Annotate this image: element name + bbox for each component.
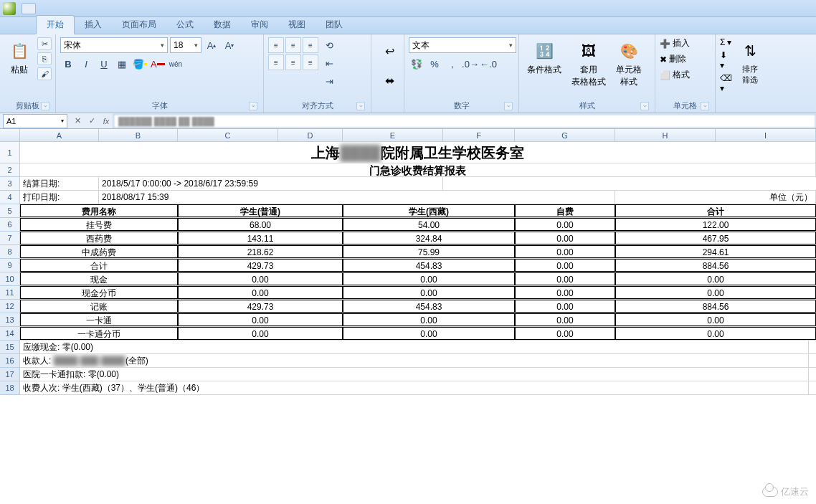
font-size-select[interactable]: 18▾ [170,37,201,53]
ribbon: 📋 粘贴 ✂ ⎘ 🖌 剪贴板 宋体▾ 18▾ A▴ A▾ B [0,34,816,113]
font-name-select[interactable]: 宋体▾ [60,37,168,53]
col-header-A[interactable]: A [20,129,99,141]
row-header-18[interactable]: 18 [0,381,19,395]
col-header-C[interactable]: C [178,129,278,141]
italic-button[interactable]: I [78,56,94,72]
col-header-F[interactable]: F [443,129,515,141]
orientation-button[interactable]: ⟲ [321,37,337,53]
phonetic-button[interactable]: wén [168,56,184,72]
format-cells-button[interactable]: 格式 [673,69,690,81]
tab-layout[interactable]: 页面布局 [112,16,166,34]
col-header-D[interactable]: D [278,129,343,141]
inc-decimal-button[interactable]: .0→ [462,56,478,72]
copy-button[interactable]: ⎘ [37,52,52,65]
row-header-9[interactable]: 9 [0,259,19,272]
row-header-13[interactable]: 13 [0,313,19,327]
sort-filter-button[interactable]: ⇅排序 筛选 [735,37,765,87]
col-header-H[interactable]: H [615,129,716,141]
currency-button[interactable]: 💱 [409,56,424,72]
tab-home[interactable]: 开始 [36,15,75,34]
tab-team[interactable]: 团队 [316,16,353,34]
row-header-10[interactable]: 10 [0,272,19,286]
fill-color-button[interactable]: 🪣 [132,56,148,72]
tab-formula[interactable]: 公式 [166,16,204,34]
row-header-6[interactable]: 6 [0,218,19,232]
sort-icon: ⇅ [739,39,762,62]
number-format-select[interactable]: 文本▾ [409,37,516,53]
align-bottom-button[interactable]: ≡ [303,37,318,53]
underline-button[interactable]: U [96,56,112,72]
row-header-14[interactable]: 14 [0,327,19,341]
align-right-button[interactable]: ≡ [303,54,318,70]
align-center-button[interactable]: ≡ [285,54,301,70]
row-header-11[interactable]: 11 [0,286,19,300]
tab-insert[interactable]: 插入 [75,16,112,34]
align-top-button[interactable]: ≡ [268,37,284,53]
row-header-3[interactable]: 3 [0,177,19,191]
cells-area[interactable]: 上海████院附属卫生学校医务室门急诊收费结算报表结算日期:2018/5/17 … [20,142,816,395]
dec-decimal-button[interactable]: ←.0 [480,56,496,72]
row-value: 0.00 [343,286,515,299]
enter-formula-button[interactable]: ✓ [85,115,99,128]
align-left-button[interactable]: ≡ [268,54,284,70]
tab-view[interactable]: 视图 [278,16,316,34]
row-header-1[interactable]: 1 [0,142,19,163]
autosum-button[interactable]: Σ ▾ [720,37,732,47]
row-header-12[interactable]: 12 [0,300,19,313]
row-header-15[interactable]: 15 [0,341,19,354]
merge-cells-button[interactable]: ⬌ [376,67,403,94]
font-group-label: 字体 [60,99,259,112]
formula-input[interactable]: ██████ ████ ██ ████ [113,114,816,128]
col-header-E[interactable]: E [343,129,443,141]
fx-button[interactable]: fx [99,115,113,128]
table-header: 学生(西藏) [343,204,515,217]
name-box[interactable]: A1▾ [3,114,67,128]
app-icon[interactable] [3,2,16,15]
increase-font-button[interactable]: A▴ [204,37,219,53]
font-color-button[interactable]: A [150,56,166,72]
settle-value: 2018/5/17 0:00:00 -> 2018/6/17 23:59:59 [99,177,443,190]
col-header-G[interactable]: G [515,129,615,141]
col-header-B[interactable]: B [99,129,178,141]
cell-styles-button[interactable]: 🎨单元格 样式 [612,37,645,90]
table-format-button[interactable]: 🖼套用 表格格式 [568,37,609,90]
tab-data[interactable]: 数据 [204,16,241,34]
border-button[interactable]: ▦ [114,56,130,72]
paste-button[interactable]: 📋 粘贴 [4,37,34,78]
row-header-16[interactable]: 16 [0,354,19,368]
row-label: 一卡通 [20,313,178,326]
row-header-4[interactable]: 4 [0,191,19,204]
conditional-format-button[interactable]: 🔢条件格式 [523,37,565,78]
clear-button[interactable]: ⌫ ▾ [720,73,732,93]
cut-button[interactable]: ✂ [37,37,52,50]
row-header-2[interactable]: 2 [0,163,19,177]
cancel-formula-button[interactable]: ✕ [70,115,85,128]
fill-button[interactable]: ⬇ ▾ [720,50,732,70]
percent-button[interactable]: % [427,56,442,72]
cell-styles-icon: 🎨 [617,39,640,62]
row-header-17[interactable]: 17 [0,368,19,381]
wrap-text-button[interactable]: ↩ [376,37,403,65]
col-header-I[interactable]: I [716,129,816,141]
row-value: 0.00 [615,286,816,299]
format-painter-button[interactable]: 🖌 [37,67,52,80]
row-header-8[interactable]: 8 [0,245,19,259]
indent-inc-button[interactable]: ⇥ [321,73,337,89]
table-header: 合计 [615,204,816,217]
delete-icon: ✖ [660,54,667,65]
decrease-font-button[interactable]: A▾ [222,37,237,53]
row-header-7[interactable]: 7 [0,232,19,245]
comma-button[interactable]: , [445,56,460,72]
delete-cells-button[interactable]: 删除 [669,53,686,65]
qat-dropdown[interactable] [22,3,36,14]
row-header-5[interactable]: 5 [0,204,19,218]
align-middle-button[interactable]: ≡ [285,37,301,53]
select-all-corner[interactable] [0,129,20,141]
tab-review[interactable]: 审阅 [241,16,278,34]
indent-dec-button[interactable]: ⇤ [321,55,337,71]
bold-button[interactable]: B [60,56,76,72]
insert-cells-button[interactable]: 插入 [673,37,690,49]
row-value: 0.00 [343,327,515,340]
row-value: 143.11 [178,232,343,244]
group-wrap: ↩ ⬌ . [371,34,404,113]
